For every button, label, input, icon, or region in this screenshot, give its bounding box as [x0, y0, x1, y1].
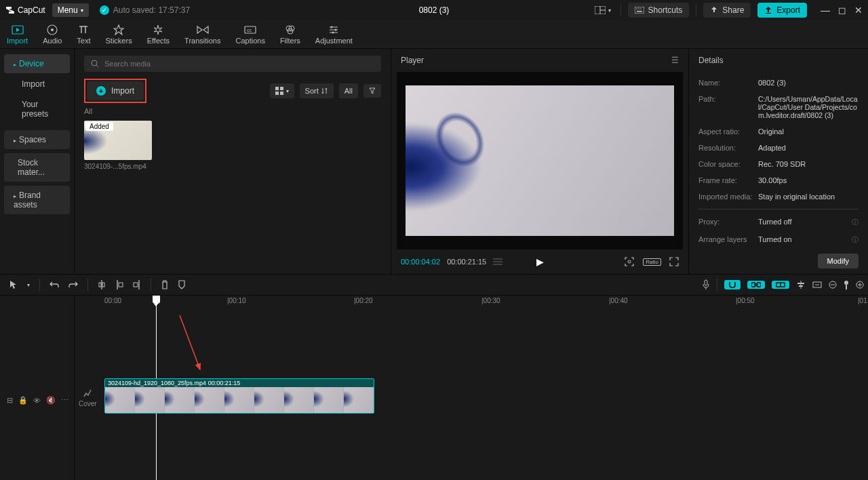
svg-point-25 — [92, 60, 97, 66]
sidebar-item-spaces[interactable]: Spaces — [4, 130, 70, 149]
time-total: 00:00:21:15 — [447, 258, 486, 266]
scan-icon[interactable] — [624, 256, 635, 267]
media-item[interactable]: Added 3024109-...5fps.mp4 — [84, 121, 152, 170]
timeline-ruler[interactable]: 00:00 |00:10 |00:20 |00:30 |00:40 |00:50… — [75, 296, 868, 309]
svg-rect-29 — [275, 92, 279, 95]
tab-transitions[interactable]: Transitions — [184, 24, 220, 45]
filter-all-button[interactable]: All — [339, 83, 358, 98]
split-tool[interactable] — [98, 280, 106, 289]
fullscreen-icon[interactable] — [669, 257, 679, 266]
tab-captions[interactable]: cc Captions — [235, 24, 264, 45]
player-panel: Player ☰ 00:00:04:02 00:00:21:15 ▶ Ratio — [391, 49, 689, 274]
sidebar-item-import[interactable]: Import — [4, 75, 70, 94]
svg-marker-12 — [197, 26, 202, 33]
zoom-minus[interactable] — [829, 281, 837, 289]
svg-point-5 — [638, 8, 639, 9]
pointer-dropdown[interactable]: ▾ — [27, 282, 30, 288]
redo-button[interactable] — [68, 281, 78, 289]
clip-label: 3024109-hd_1920_1080_25fps.mp4 00:00:21:… — [105, 379, 374, 387]
grid-view-button[interactable]: ▾ — [270, 83, 294, 98]
filter-button[interactable] — [363, 84, 381, 98]
svg-point-11 — [51, 28, 54, 31]
marker-tool[interactable] — [178, 280, 185, 289]
player-title: Player — [401, 56, 424, 65]
tab-text[interactable]: Text — [77, 24, 90, 45]
align-tool[interactable] — [796, 281, 806, 289]
svg-point-22 — [335, 28, 337, 31]
modify-button[interactable]: Modify — [818, 254, 859, 268]
info-icon[interactable]: ⓘ — [852, 218, 859, 227]
link-on[interactable] — [747, 281, 765, 289]
magnet-on[interactable] — [724, 280, 741, 289]
svg-line-26 — [96, 65, 98, 67]
svg-rect-30 — [280, 92, 283, 95]
media-filename: 3024109-...5fps.mp4 — [84, 163, 152, 170]
annotation-arrow — [176, 312, 210, 380]
tab-effects[interactable]: Effects — [147, 24, 170, 45]
share-button[interactable]: Share — [703, 3, 751, 18]
import-highlight: + Import — [84, 79, 146, 103]
player-menu-icon[interactable]: ☰ — [671, 56, 679, 65]
minimize-icon[interactable]: — — [821, 5, 830, 16]
maximize-icon[interactable]: ◻ — [838, 5, 846, 16]
ratio-button[interactable]: Ratio — [643, 258, 661, 266]
svg-rect-3 — [635, 7, 644, 14]
info-icon[interactable]: ⓘ — [852, 235, 859, 245]
mic-icon[interactable] — [702, 279, 710, 290]
timeline[interactable]: ⊟ 🔒 👁 🔇 ⋯ Cover 00:00 |00:10 |00:20 |00:… — [0, 296, 868, 480]
sidebar-item-device[interactable]: Device — [4, 54, 70, 73]
svg-point-6 — [640, 8, 641, 9]
tab-adjustment[interactable]: Adjustment — [315, 24, 353, 45]
tab-audio[interactable]: Audio — [43, 24, 62, 45]
svg-point-34 — [628, 260, 631, 263]
split-right-tool[interactable] — [133, 280, 141, 289]
plus-icon: + — [96, 86, 106, 96]
zoom-plus[interactable] — [856, 281, 864, 289]
tab-stickers[interactable]: Stickers — [106, 24, 132, 45]
app-logo: CapCut — [5, 5, 45, 15]
sidebar-item-presets[interactable]: Your presets — [4, 95, 70, 123]
timeline-clip[interactable]: 3024109-hd_1920_1080_25fps.mp4 00:00:21:… — [104, 378, 374, 414]
import-media-button[interactable]: + Import — [87, 81, 144, 100]
svg-point-55 — [844, 281, 848, 285]
svg-rect-36 — [99, 283, 101, 287]
svg-rect-39 — [119, 283, 123, 287]
close-icon[interactable]: ✕ — [854, 5, 863, 16]
play-button[interactable]: ▶ — [536, 256, 544, 267]
sidebar-item-brand[interactable]: Brand assets — [4, 186, 70, 214]
pointer-tool[interactable] — [9, 280, 18, 289]
tab-import[interactable]: Import — [7, 24, 28, 45]
split-left-tool[interactable] — [115, 280, 123, 289]
svg-rect-7 — [637, 11, 642, 12]
sidebar-item-stock[interactable]: Stock mater... — [4, 153, 70, 182]
track-eye-icon[interactable]: 👁 — [33, 397, 41, 405]
preview-on[interactable] — [772, 281, 789, 289]
svg-rect-28 — [280, 87, 283, 90]
added-badge: Added — [85, 122, 113, 131]
undo-button[interactable] — [50, 281, 59, 289]
tab-filters[interactable]: Filters — [280, 24, 300, 45]
svg-text:cc: cc — [247, 28, 252, 33]
track-collapse-icon[interactable]: ⊟ — [7, 396, 13, 405]
delete-tool[interactable] — [161, 280, 169, 289]
section-label: All — [84, 107, 381, 115]
track-mute-icon[interactable]: 🔇 — [46, 396, 56, 405]
svg-point-4 — [636, 8, 637, 9]
track-lock-icon[interactable]: 🔒 — [18, 396, 28, 405]
zoom-out-icon[interactable] — [812, 281, 822, 288]
track-more-icon[interactable]: ⋯ — [61, 396, 68, 405]
layout-button[interactable]: ▾ — [592, 5, 614, 16]
shortcuts-button[interactable]: Shortcuts — [628, 3, 690, 18]
svg-marker-9 — [16, 28, 20, 32]
check-icon: ✓ — [100, 5, 109, 15]
sort-button[interactable]: Sort — [300, 83, 334, 98]
media-panel: + Import ▾ Sort All All A — [75, 49, 391, 274]
search-icon — [91, 60, 99, 68]
menu-button[interactable]: Menu▾ — [52, 3, 89, 17]
player-viewport[interactable] — [397, 72, 683, 249]
svg-rect-37 — [102, 283, 104, 287]
list-icon[interactable] — [493, 258, 502, 266]
zoom-slider[interactable] — [844, 280, 849, 289]
export-button[interactable]: Export — [757, 3, 807, 18]
search-input[interactable] — [84, 56, 381, 72]
